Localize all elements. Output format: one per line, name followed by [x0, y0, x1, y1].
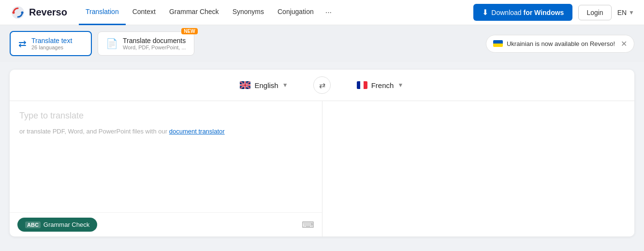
- nav-synonyms[interactable]: Synonyms: [226, 0, 271, 25]
- logo[interactable]: Reverso: [10, 4, 67, 21]
- logo-text: Reverso: [29, 7, 67, 18]
- notification-close-button[interactable]: ✕: [621, 39, 627, 48]
- reverso-logo-icon: [10, 4, 26, 21]
- header-right: ⬇ Download for Windows Login EN ▼: [473, 4, 634, 21]
- nav-context[interactable]: Context: [126, 0, 162, 25]
- source-placeholder: Type to translate: [19, 111, 312, 121]
- source-bottom-bar: ABC Grammar Check ⌨: [10, 212, 322, 236]
- translate-docs-tab[interactable]: NEW 📄 Translate documents Word, PDF, Pow…: [98, 31, 194, 56]
- translate-text-icon: ⇄: [18, 38, 27, 49]
- download-icon: ⬇: [482, 8, 488, 17]
- nav-translation[interactable]: Translation: [79, 0, 126, 25]
- login-button[interactable]: Login: [578, 5, 611, 20]
- download-button[interactable]: ⬇ Download for Windows: [473, 4, 572, 21]
- ukraine-flag-icon: [493, 40, 503, 47]
- grammar-check-button[interactable]: ABC Grammar Check: [17, 218, 97, 232]
- translation-container: English ▼ ⇄ French ▼ Type to translate o…: [10, 70, 634, 236]
- abc-icon: ABC: [25, 221, 41, 228]
- svg-point-2: [21, 11, 24, 14]
- svg-point-1: [13, 11, 15, 14]
- source-language-selector[interactable]: English ▼: [220, 78, 307, 92]
- swap-icon: ⇄: [319, 81, 325, 90]
- main-nav: Translation Context Grammar Check Synony…: [79, 0, 473, 25]
- language-bar: English ▼ ⇄ French ▼: [10, 70, 634, 101]
- target-lang-chevron-icon: ▼: [397, 82, 403, 89]
- source-lang-chevron-icon: ▼: [282, 82, 288, 89]
- translate-text-title: Translate text: [31, 37, 72, 44]
- chevron-down-icon: ▼: [629, 9, 634, 16]
- translate-text-tab[interactable]: ⇄ Translate text 26 languages: [10, 31, 92, 56]
- notification-text: Ukrainian is now available on Reverso!: [507, 40, 615, 47]
- selected-lang-label: EN: [617, 9, 627, 16]
- target-text-area: [322, 101, 635, 236]
- grammar-check-label: Grammar Check: [44, 221, 89, 228]
- translate-docs-title: Translate documents: [123, 37, 186, 44]
- translate-docs-labels: Translate documents Word, PDF, PowerPoin…: [123, 37, 186, 50]
- target-language-label: French: [371, 81, 394, 89]
- document-translator-link[interactable]: document translator: [169, 128, 225, 135]
- translate-docs-sub: Word, PDF, PowerPoint, ...: [123, 44, 186, 50]
- keyboard-icon[interactable]: ⌨: [302, 220, 314, 230]
- new-badge: NEW: [181, 28, 197, 34]
- header: Reverso Translation Context Grammar Chec…: [0, 0, 644, 25]
- english-flag-icon: [240, 81, 250, 89]
- download-label: Download for Windows: [491, 9, 564, 16]
- text-areas: Type to translate or translate PDF, Word…: [10, 101, 634, 236]
- source-language-label: English: [254, 81, 278, 89]
- language-selector-header[interactable]: EN ▼: [617, 9, 634, 16]
- notification-bar: Ukrainian is now available on Reverso! ✕: [486, 35, 634, 53]
- source-text-area[interactable]: Type to translate or translate PDF, Word…: [10, 101, 322, 236]
- svg-rect-11: [240, 85, 250, 86]
- or-translate-text: or translate PDF, Word, and PowerPoint f…: [19, 128, 225, 135]
- nav-grammar-check[interactable]: Grammar Check: [162, 0, 226, 25]
- translate-text-labels: Translate text 26 languages: [31, 37, 72, 50]
- nav-more[interactable]: ···: [321, 0, 337, 25]
- swap-languages-button[interactable]: ⇄: [313, 76, 331, 94]
- translate-docs-icon: 📄: [106, 38, 118, 49]
- target-language-selector[interactable]: French ▼: [337, 78, 424, 92]
- french-flag-icon: [357, 81, 367, 89]
- translate-text-sub: 26 languages: [31, 44, 72, 50]
- toolbar: ⇄ Translate text 26 languages NEW 📄 Tran…: [0, 25, 644, 62]
- nav-conjugation[interactable]: Conjugation: [271, 0, 321, 25]
